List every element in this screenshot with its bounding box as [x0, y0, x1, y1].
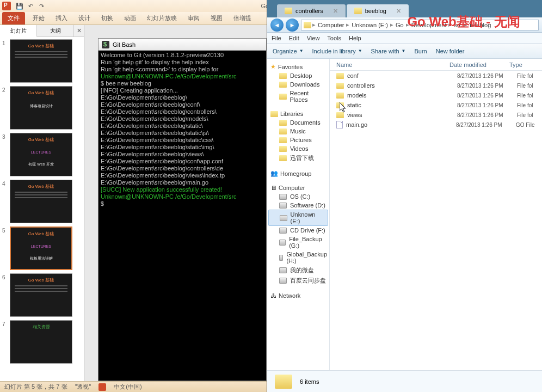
menu-item[interactable]: Edit: [289, 35, 299, 41]
col-date[interactable]: Date modified: [449, 62, 509, 68]
burn-button[interactable]: Burn: [414, 48, 427, 54]
breadcrumb-segment[interactable]: Unknown (E:): [350, 22, 389, 28]
slide-thumbnail[interactable]: Go Web 基础 博客项目设计: [10, 86, 72, 130]
close-icon[interactable]: ✕: [396, 8, 401, 15]
nav-item[interactable]: Global_Backup (H:): [267, 250, 329, 265]
slide-thumbnail[interactable]: Go Web 基础 LECTURES 模板用法讲解: [10, 226, 72, 270]
col-name[interactable]: Name: [330, 62, 449, 68]
redo-icon[interactable]: ↷: [37, 2, 46, 10]
breadcrumb-segment[interactable]: beeblog: [469, 22, 492, 28]
share-button[interactable]: Share with▼: [371, 48, 406, 54]
drive-icon: [279, 228, 287, 234]
terminal-line: E:\Go\Development\src\beeblog\static\img…: [101, 144, 264, 151]
ribbon-tab[interactable]: 插入: [50, 12, 73, 24]
undo-icon[interactable]: ↶: [26, 2, 35, 10]
ribbon-tab[interactable]: 视图: [205, 12, 228, 24]
nav-item[interactable]: 百度云同步盘: [267, 275, 329, 286]
breadcrumb-segment[interactable]: Go: [395, 22, 405, 28]
nav-network[interactable]: 🖧Network: [267, 291, 329, 300]
terminal-line: E:\Go\Development\src\beeblog\views\inde…: [101, 172, 264, 179]
file-row[interactable]: main.go 8/27/2013 1:26 PM GO File: [330, 120, 542, 130]
nav-item[interactable]: Unknown (E:): [268, 210, 328, 226]
file-row[interactable]: controllers 8/27/2013 1:26 PM File fol: [330, 81, 542, 90]
nav-item[interactable]: Pictures: [267, 136, 329, 144]
drive-icon: [279, 128, 287, 134]
slide-thumbnail[interactable]: Go Web 基础 LECTURES 初窥 Web 开发: [10, 133, 72, 176]
nav-item[interactable]: Documents: [267, 118, 329, 127]
explorer-tab[interactable]: beeblog ✕: [347, 4, 409, 17]
file-name: views: [347, 112, 457, 118]
tab-outline[interactable]: 大纲: [37, 25, 74, 36]
ribbon-tab[interactable]: 审阅: [182, 12, 205, 24]
slide-thumbnail[interactable]: Go Web 基础: [10, 180, 72, 223]
nav-item[interactable]: 我的微盘: [267, 265, 329, 275]
file-row[interactable]: static 8/27/2013 1:26 PM File fol: [330, 100, 542, 110]
col-type[interactable]: Type: [509, 62, 542, 68]
forward-button[interactable]: ►: [286, 19, 299, 32]
menu-item[interactable]: Tools: [327, 35, 341, 41]
breadcrumb-segment[interactable]: Computer: [317, 22, 345, 28]
column-headers[interactable]: Name Date modified Type: [330, 59, 542, 71]
nav-item[interactable]: CD Drive (F:): [267, 226, 329, 235]
tab-label: controllers: [295, 8, 323, 14]
terminal-line: E:\Go\Development\src\beeblog\models\: [101, 115, 264, 122]
save-icon[interactable]: 💾: [15, 2, 24, 10]
nav-item[interactable]: File_Backup (G:): [267, 235, 329, 250]
terminal-line: Unknown@UNKNOWN-PC /e/Go/Development/src: [101, 73, 264, 80]
ribbon-tab[interactable]: 幻灯片放映: [141, 12, 182, 24]
new-folder-button[interactable]: New folder: [436, 48, 465, 54]
menu-item[interactable]: File: [272, 35, 281, 41]
ribbon-tab[interactable]: 倍增提: [228, 12, 257, 24]
ribbon-tab[interactable]: 设计: [73, 12, 96, 24]
organize-button[interactable]: Organize▼: [273, 48, 304, 54]
back-button[interactable]: ◄: [270, 19, 284, 32]
file-date: 8/27/2013 1:26 PM: [457, 102, 517, 108]
terminal-line: E:\Go\Development\src\beeblog\views\: [101, 151, 264, 158]
lang-label: 中文(中国): [114, 383, 141, 391]
breadcrumb-segment[interactable]: src: [453, 22, 463, 28]
thumb-number: 5: [2, 226, 10, 270]
drive-icon: [279, 82, 287, 88]
homegroup-icon: 👥: [270, 170, 278, 177]
nav-group-head[interactable]: 🖥Computer: [267, 183, 329, 192]
close-icon[interactable]: ✕: [333, 8, 338, 15]
drive-icon: [279, 137, 287, 143]
slide-thumbnail[interactable]: 相关资源: [10, 320, 72, 364]
tab-slides[interactable]: 幻灯片: [0, 25, 37, 37]
file-row[interactable]: conf 8/27/2013 1:26 PM File fol: [330, 71, 542, 81]
nav-item[interactable]: Videos: [267, 144, 329, 153]
close-icon[interactable]: ✕: [74, 25, 84, 36]
file-row[interactable]: views 8/27/2013 1:26 PM File fol: [330, 110, 542, 120]
ribbon-tab[interactable]: 开始: [27, 12, 50, 24]
nav-item[interactable]: Software (D:): [267, 201, 329, 210]
breadcrumb-segment[interactable]: Development: [410, 22, 448, 28]
terminal-line: E:\Go\Development\src\beeblog\static\: [101, 122, 264, 130]
file-type: File fol: [517, 102, 533, 108]
nav-homegroup[interactable]: 👥Homegroup: [267, 169, 329, 178]
nav-item[interactable]: Music: [267, 127, 329, 136]
file-date: 8/27/2013 1:26 PM: [457, 93, 517, 99]
gitbash-titlebar[interactable]: $ Git Bash: [98, 39, 266, 51]
explorer-tab[interactable]: controllers ✕: [277, 4, 346, 17]
nav-item[interactable]: Downloads: [267, 80, 329, 89]
slide-thumbnail[interactable]: Go Web 基础: [10, 39, 72, 83]
include-library-button[interactable]: Include in library▼: [312, 48, 362, 54]
terminal-output[interactable]: Welcome to Git (version 1.8.1.2-preview2…: [98, 51, 266, 209]
ribbon-tab[interactable]: 切换: [96, 12, 119, 24]
breadcrumb[interactable]: ▸Computer▸Unknown (E:)▸Go▸Development▸sr…: [301, 20, 539, 30]
nav-item[interactable]: OS (C:): [267, 192, 329, 201]
address-bar: ◄ ► ▸Computer▸Unknown (E:)▸Go▸Developmen…: [267, 17, 542, 33]
nav-item[interactable]: Desktop: [267, 71, 329, 80]
nav-item[interactable]: Recent Places: [267, 89, 329, 104]
ribbon-tab[interactable]: 动画: [119, 12, 141, 24]
file-row[interactable]: models 8/27/2013 1:26 PM File fol: [330, 90, 542, 100]
ribbon-file[interactable]: 文件: [2, 12, 25, 24]
file-type: File fol: [517, 112, 533, 118]
menu-item[interactable]: Help: [349, 35, 361, 41]
slide-counter: 幻灯片 第 5 张，共 7 张: [4, 383, 67, 391]
slide-thumbnail[interactable]: Go Web 基础: [10, 273, 72, 317]
nav-group-head[interactable]: ★Favorites: [267, 62, 329, 71]
nav-group-head[interactable]: Libraries: [267, 109, 329, 118]
nav-item[interactable]: 迅雷下载: [267, 153, 329, 163]
menu-item[interactable]: View: [307, 35, 320, 41]
